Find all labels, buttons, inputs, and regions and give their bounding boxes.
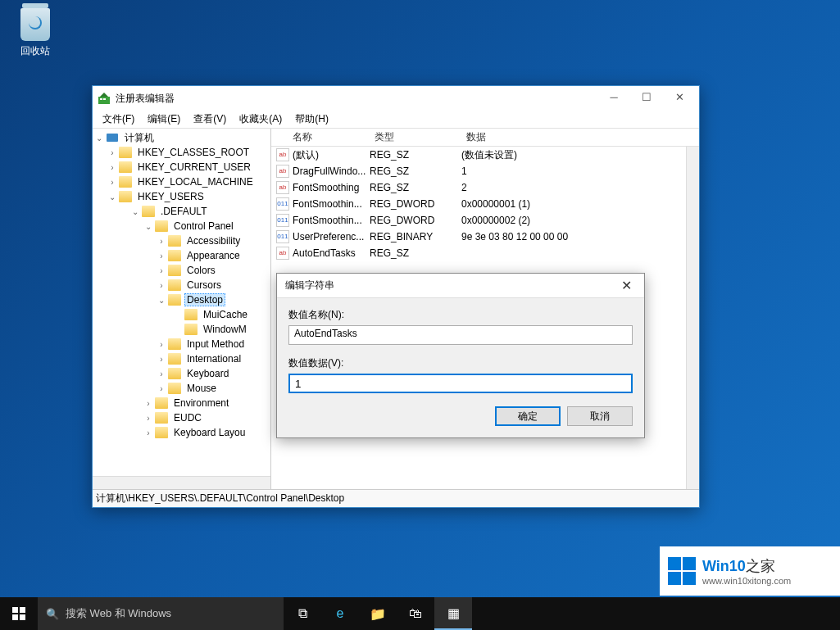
- value-name: UserPreferenc...: [293, 231, 370, 242]
- taskbar: 🔍 搜索 Web 和 Windows ⧉ e 📁 🛍 ▦: [0, 597, 840, 630]
- tree-item[interactable]: › Input Method: [93, 337, 270, 351]
- value-name: FontSmoothing: [293, 182, 370, 193]
- list-vertical-scrollbar[interactable]: [686, 147, 699, 489]
- tree-item[interactable]: › Keyboard Layou: [93, 425, 270, 440]
- expand-icon[interactable]: ›: [107, 178, 117, 187]
- expand-icon[interactable]: ›: [157, 369, 166, 378]
- tree-horizontal-scrollbar[interactable]: [93, 476, 270, 489]
- tree-item[interactable]: ⌄ Desktop: [93, 292, 270, 307]
- folder-icon: [168, 294, 181, 306]
- tree-item[interactable]: › Accessibility: [93, 233, 270, 248]
- value-name-field[interactable]: AutoEndTasks: [288, 325, 633, 345]
- tree-item-label: EUDC: [171, 412, 204, 424]
- regedit-taskbar-button[interactable]: ▦: [434, 597, 472, 630]
- tree-item-label: Input Method: [184, 338, 247, 350]
- list-row[interactable]: 011 FontSmoothin... REG_DWORD 0x00000001…: [271, 196, 699, 212]
- expand-icon[interactable]: ⌄: [107, 193, 117, 202]
- explorer-button[interactable]: 📁: [359, 597, 397, 630]
- expand-icon[interactable]: ›: [143, 428, 153, 437]
- value-type: REG_DWORD: [370, 215, 461, 226]
- tree-item[interactable]: › EUDC: [93, 410, 270, 425]
- minimize-button[interactable]: ─: [597, 87, 630, 110]
- recycle-bin[interactable]: 回收站: [15, 8, 56, 58]
- close-button[interactable]: ✕: [663, 87, 696, 110]
- store-button[interactable]: 🛍: [397, 597, 434, 630]
- expand-icon[interactable]: ⌄: [143, 222, 153, 231]
- list-row[interactable]: ab DragFullWindo... REG_SZ 1: [271, 163, 699, 179]
- menu-help[interactable]: 帮助(H): [288, 111, 335, 128]
- list-row[interactable]: 011 UserPreferenc... REG_BINARY 9e 3e 03…: [271, 229, 699, 245]
- column-type[interactable]: 类型: [370, 130, 461, 144]
- dialog-close-button[interactable]: ✕: [613, 278, 639, 293]
- column-name[interactable]: 名称: [271, 130, 370, 144]
- folder-icon: [168, 353, 181, 365]
- edge-button[interactable]: e: [321, 597, 359, 630]
- tree-item[interactable]: › HKEY_CLASSES_ROOT: [93, 145, 270, 160]
- tree-item[interactable]: › Keyboard: [93, 366, 270, 381]
- expand-icon[interactable]: ›: [143, 399, 153, 408]
- ok-button[interactable]: 确定: [495, 406, 561, 426]
- tree-item[interactable]: › Appearance: [93, 248, 270, 263]
- taskbar-search[interactable]: 🔍 搜索 Web 和 Windows: [38, 597, 284, 630]
- tree-item[interactable]: ⌄ HKEY_USERS: [93, 189, 270, 204]
- value-data: 1: [461, 165, 699, 177]
- titlebar[interactable]: 注册表编辑器 ─ ☐ ✕: [93, 86, 699, 111]
- tree-item[interactable]: › HKEY_CURRENT_USER: [93, 160, 270, 174]
- folder-icon: [155, 412, 168, 424]
- tree-item-label: HKEY_CURRENT_USER: [135, 161, 253, 173]
- list-row[interactable]: ab (默认) REG_SZ (数值未设置): [271, 147, 699, 163]
- menu-edit[interactable]: 编辑(E): [141, 111, 187, 128]
- tree-item[interactable]: › HKEY_LOCAL_MACHINE: [93, 174, 270, 189]
- tree-item-label: 计算机: [122, 131, 157, 145]
- start-button[interactable]: [0, 597, 38, 630]
- expand-icon[interactable]: ›: [157, 384, 166, 393]
- expand-icon[interactable]: ›: [107, 148, 117, 157]
- tree-item[interactable]: › Environment: [93, 396, 270, 410]
- tree-item[interactable]: ⌄ Control Panel: [93, 219, 270, 233]
- tree-item[interactable]: ⌄ 计算机: [93, 130, 270, 145]
- value-type-icon: ab: [276, 247, 289, 260]
- tree-item[interactable]: WindowM: [93, 322, 270, 337]
- column-data[interactable]: 数据: [461, 130, 699, 144]
- expand-icon[interactable]: ⌄: [130, 207, 140, 216]
- expand-icon[interactable]: ›: [157, 252, 166, 261]
- tree-item[interactable]: › Colors: [93, 263, 270, 278]
- window-title: 注册表编辑器: [116, 92, 597, 106]
- task-view-button[interactable]: ⧉: [284, 597, 321, 630]
- expand-icon[interactable]: ›: [143, 414, 153, 423]
- menu-favorites[interactable]: 收藏夹(A): [233, 111, 288, 128]
- tree-pane[interactable]: ⌄ 计算机 › HKEY_CLASSES_ROOT › HKEY_CURRENT…: [93, 129, 271, 489]
- maximize-button[interactable]: ☐: [630, 87, 663, 110]
- expand-icon[interactable]: ›: [157, 340, 166, 349]
- search-placeholder: 搜索 Web 和 Windows: [66, 606, 171, 621]
- brand-name: Win10之家: [702, 556, 791, 576]
- folder-icon: [168, 383, 181, 394]
- expand-icon[interactable]: ›: [157, 281, 166, 290]
- value-type: REG_BINARY: [370, 231, 461, 242]
- menu-file[interactable]: 文件(F): [96, 111, 141, 128]
- folder-icon: [119, 176, 132, 188]
- expand-icon[interactable]: ›: [157, 355, 166, 364]
- list-row[interactable]: ab FontSmoothing REG_SZ 2: [271, 179, 699, 196]
- svg-rect-1: [100, 98, 102, 100]
- expand-icon[interactable]: ⌄: [157, 296, 166, 305]
- cancel-button[interactable]: 取消: [567, 406, 633, 426]
- value-data: (数值未设置): [461, 148, 699, 162]
- value-data-input[interactable]: [288, 374, 633, 393]
- list-row[interactable]: 011 FontSmoothin... REG_DWORD 0x00000002…: [271, 212, 699, 229]
- expand-icon[interactable]: ⌄: [94, 134, 104, 143]
- tree-item[interactable]: › Mouse: [93, 381, 270, 396]
- dialog-titlebar[interactable]: 编辑字符串 ✕: [277, 274, 644, 298]
- expand-icon[interactable]: ›: [107, 163, 117, 172]
- tree-item[interactable]: › International: [93, 351, 270, 366]
- expand-icon[interactable]: ›: [157, 266, 166, 275]
- tree-item[interactable]: › Cursors: [93, 278, 270, 292]
- value-type-icon: 011: [276, 230, 289, 243]
- list-row[interactable]: ab AutoEndTasks REG_SZ: [271, 245, 699, 261]
- tree-item[interactable]: MuiCache: [93, 307, 270, 322]
- folder-icon: [155, 397, 168, 409]
- tree-item[interactable]: ⌄ .DEFAULT: [93, 204, 270, 219]
- statusbar: 计算机\HKEY_USERS\.DEFAULT\Control Panel\De…: [93, 489, 699, 507]
- menu-view[interactable]: 查看(V): [187, 111, 233, 128]
- expand-icon[interactable]: ›: [157, 237, 166, 246]
